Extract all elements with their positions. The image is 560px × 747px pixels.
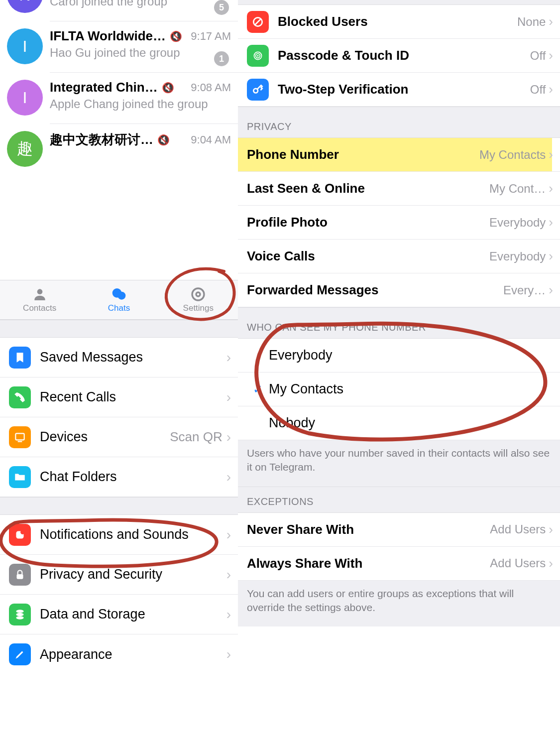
chevron-right-icon: › <box>549 181 553 196</box>
chevron-right-icon: › <box>226 389 231 405</box>
chevron-right-icon: › <box>226 350 231 366</box>
chat-subtitle: Carol joined the group <box>50 0 231 8</box>
row-forwarded-messages[interactable]: Forwarded Messages Every… › <box>238 273 560 307</box>
chat-title: IFLTA Worldwide… <box>50 28 166 44</box>
svg-line-14 <box>255 18 261 25</box>
svg-rect-6 <box>18 441 22 442</box>
contacts-icon <box>31 286 48 302</box>
chevron-right-icon: › <box>226 646 231 662</box>
phone-icon <box>9 386 31 408</box>
chat-time: 9:08 AM <box>191 81 231 94</box>
settings-notifications[interactable]: Notifications and Sounds › <box>0 515 238 555</box>
row-profile-photo[interactable]: Profile Photo Everybody › <box>238 206 560 240</box>
settings-privacy-security[interactable]: Privacy and Security › <box>0 555 238 595</box>
row-value: Off <box>530 83 546 97</box>
gear-icon <box>190 286 207 302</box>
muted-icon: 🔇 <box>170 30 182 42</box>
muted-icon: 🔇 <box>162 82 174 94</box>
chat-row[interactable]: I Integrated Chin… 🔇 9:08 AM Apple Chang… <box>0 73 238 124</box>
svg-point-11 <box>16 613 23 616</box>
chevron-right-icon: › <box>226 469 231 485</box>
tab-settings[interactable]: Settings <box>159 280 238 319</box>
option-my-contacts[interactable]: ✓ My Contacts <box>238 373 560 406</box>
settings-saved-messages[interactable]: Saved Messages › <box>0 338 238 377</box>
svg-point-3 <box>192 288 204 300</box>
chat-time: 9:17 AM <box>191 30 231 43</box>
svg-rect-5 <box>15 433 24 440</box>
chevron-right-icon: › <box>226 567 231 583</box>
row-value: None <box>517 15 546 29</box>
unread-badge: 5 <box>214 0 229 15</box>
section-footer-exceptions: You can add users or entire groups as ex… <box>238 581 560 627</box>
settings-data-storage[interactable]: Data and Storage › <box>0 595 238 634</box>
row-value: Add Users <box>490 556 546 570</box>
row-two-step[interactable]: Two-Step Verification Off › <box>238 73 560 107</box>
row-value: My Cont… <box>489 182 546 196</box>
tab-chats[interactable]: Chats <box>79 280 158 319</box>
tab-bar: Contacts Chats Settings <box>0 280 238 320</box>
chevron-right-icon: › <box>549 48 553 63</box>
option-nobody[interactable]: Nobody <box>238 406 560 440</box>
settings-list: Saved Messages › Recent Calls › Devices … <box>0 320 238 674</box>
muted-icon: 🔇 <box>157 134 170 146</box>
row-never-share[interactable]: Never Share With Add Users › <box>238 513 560 547</box>
row-voice-calls[interactable]: Voice Calls Everybody › <box>238 240 560 273</box>
database-icon <box>9 604 31 625</box>
row-passcode[interactable]: Passcode & Touch ID Off › <box>238 39 560 73</box>
folder-icon <box>9 466 31 488</box>
chats-icon <box>111 286 127 302</box>
chat-subtitle: Hao Gu joined the group <box>50 46 231 60</box>
devices-icon <box>9 426 31 448</box>
chevron-right-icon: › <box>549 249 553 264</box>
svg-point-8 <box>20 530 25 534</box>
chevron-right-icon: › <box>549 282 553 298</box>
chevron-right-icon: › <box>549 215 553 230</box>
svg-rect-9 <box>17 574 23 579</box>
chat-time: 9:04 AM <box>191 133 231 146</box>
chevron-right-icon: › <box>549 14 553 29</box>
option-everybody[interactable]: Everybody <box>238 339 560 373</box>
row-value: Everybody <box>489 249 546 263</box>
chevron-right-icon: › <box>549 556 553 571</box>
settings-devices[interactable]: Devices Scan QR › <box>0 417 238 457</box>
chat-row[interactable]: 趣 趣中文教材研讨… 🔇 9:04 AM <box>0 124 238 175</box>
svg-point-4 <box>196 292 200 296</box>
row-value: Add Users <box>490 522 546 536</box>
settings-chat-folders[interactable]: Chat Folders › <box>0 457 238 497</box>
chat-avatar: N <box>7 0 43 13</box>
chat-row[interactable]: N NCLC/CLTA SIG… 9:33 AM Carol joined th… <box>0 0 238 21</box>
row-last-seen[interactable]: Last Seen & Online My Cont… › <box>238 172 560 206</box>
check-icon: ✓ <box>247 382 269 396</box>
chevron-right-icon: › <box>549 522 553 537</box>
row-value: My Contacts <box>479 148 546 162</box>
chat-row[interactable]: I IFLTA Worldwide… 🔇 9:17 AM Hao Gu join… <box>0 21 238 72</box>
bell-icon <box>9 524 31 546</box>
settings-appearance[interactable]: Appearance › <box>0 634 238 674</box>
unread-badge: 1 <box>214 51 229 66</box>
svg-point-2 <box>117 292 125 300</box>
row-always-share[interactable]: Always Share With Add Users › <box>238 547 560 581</box>
row-blocked-users[interactable]: Blocked Users None › <box>238 5 560 39</box>
section-header-who: WHO CAN SEE MY PHONE NUMBER <box>238 307 560 339</box>
blocked-icon <box>247 11 269 33</box>
brush-icon <box>9 643 31 665</box>
chat-subtitle: Apple Chang joined the group <box>50 97 231 111</box>
svg-point-10 <box>16 610 23 613</box>
section-header-privacy: PRIVACY <box>238 107 560 138</box>
lock-icon <box>9 564 31 586</box>
chat-avatar: I <box>7 28 43 64</box>
section-footer-who: Users who have your number saved in thei… <box>238 440 560 487</box>
row-value: Every… <box>503 283 546 297</box>
row-phone-number[interactable]: Phone Number My Contacts › <box>238 138 560 172</box>
bookmark-icon <box>9 347 31 369</box>
chevron-right-icon: › <box>226 527 231 543</box>
chat-title: 趣中文教材研讨… <box>50 131 153 148</box>
key-icon <box>247 79 269 101</box>
settings-recent-calls[interactable]: Recent Calls › <box>0 377 238 417</box>
svg-point-12 <box>16 616 23 620</box>
row-value: Off <box>530 49 546 63</box>
svg-point-17 <box>257 55 258 56</box>
chevron-right-icon: › <box>226 607 231 622</box>
chat-title: Integrated Chin… <box>50 80 158 95</box>
tab-contacts[interactable]: Contacts <box>0 280 79 319</box>
